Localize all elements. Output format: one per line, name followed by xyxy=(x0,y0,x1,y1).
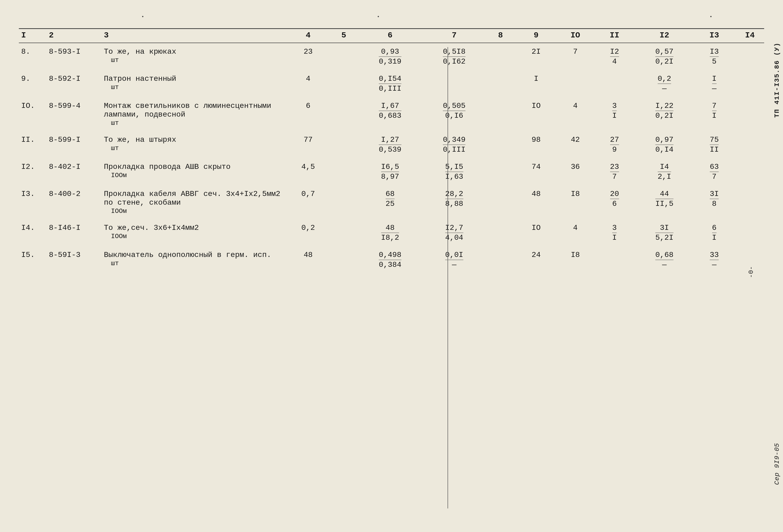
page: • • • ТП 41I-I35.86 (У) Сер 9I9-05 I 2 3… xyxy=(0,0,783,532)
header-col3: 3 xyxy=(101,29,287,43)
row-col5 xyxy=(330,70,358,97)
row-col5 xyxy=(330,185,358,219)
row-description: То же,сеч. 3х6+Iх4мм2IOOм xyxy=(101,219,287,246)
row-col6: I6,58,97 xyxy=(358,158,422,185)
table-row: I3.8-400-2Прокладка кабеля АВВГ сеч. 3х4… xyxy=(19,185,764,219)
dot-decoration-1: • xyxy=(141,14,144,20)
row-col6: 0,930,319 xyxy=(358,43,422,70)
row-code: 8-I46-I xyxy=(46,219,101,246)
row-number: I4. xyxy=(19,219,46,246)
row-code: 8-599-I xyxy=(46,131,101,158)
row-quantity: 0,7 xyxy=(287,185,329,219)
vertical-divider-line xyxy=(447,47,448,508)
row-number: I3. xyxy=(19,185,46,219)
row-col7: I2,74,04 xyxy=(422,219,486,246)
row-col13: 7I xyxy=(693,97,735,131)
row-col11: 3I xyxy=(593,97,636,131)
table-row: I5.8-59I-3Выключатель однополюсный в гер… xyxy=(19,246,764,274)
dot-decoration-2: • xyxy=(377,14,380,20)
row-col12: 0,2— xyxy=(636,70,693,97)
row-col12: 44II,5 xyxy=(636,185,693,219)
row-col6: 0,4980,384 xyxy=(358,246,422,274)
row-number: IO. xyxy=(19,97,46,131)
row-col9: 2I xyxy=(515,43,557,70)
row-col14 xyxy=(735,131,764,158)
row-col12: 0,570,2I xyxy=(636,43,693,70)
table-row: I2.8-402-IПрокладка провода АШВ скрытоIO… xyxy=(19,158,764,185)
table-row: 9.8-592-IПатрон настенныйшт40,I540,IIII0… xyxy=(19,70,764,97)
header-col13: I3 xyxy=(693,29,735,43)
row-col12: 3I5,2I xyxy=(636,219,693,246)
row-col12: I42,I xyxy=(636,158,693,185)
row-col7: 0,5050,I6 xyxy=(422,97,486,131)
row-quantity: 0,2 xyxy=(287,219,329,246)
row-quantity: 4,5 xyxy=(287,158,329,185)
row-col12: I,220,2I xyxy=(636,97,693,131)
row-col8 xyxy=(486,131,515,158)
row-number: 8. xyxy=(19,43,46,70)
table-row: 8.8-593-IТо же, на крюкахшт230,930,3190,… xyxy=(19,43,764,70)
header-col10: IO xyxy=(558,29,593,43)
row-col10 xyxy=(558,70,593,97)
row-col11 xyxy=(593,70,636,97)
row-number: I5. xyxy=(19,246,46,274)
row-col10: 4 xyxy=(558,219,593,246)
row-quantity: 4 xyxy=(287,70,329,97)
row-col6: 48I8,2 xyxy=(358,219,422,246)
row-col10: 36 xyxy=(558,158,593,185)
row-col9: 48 xyxy=(515,185,557,219)
row-col14 xyxy=(735,158,764,185)
row-col8 xyxy=(486,158,515,185)
row-code: 8-59I-3 xyxy=(46,246,101,274)
row-quantity: 77 xyxy=(287,131,329,158)
row-number: 9. xyxy=(19,70,46,97)
page-number: -0- xyxy=(747,266,755,278)
row-col13: I35 xyxy=(693,43,735,70)
row-col12: 0,68— xyxy=(636,246,693,274)
row-col13: 33— xyxy=(693,246,735,274)
row-code: 8-400-2 xyxy=(46,185,101,219)
row-description: Прокладка кабеля АВВГ сеч. 3х4+Iх2,5мм2 … xyxy=(101,185,287,219)
row-col5 xyxy=(330,219,358,246)
row-description: То же, на штыряхшт xyxy=(101,131,287,158)
row-col14 xyxy=(735,70,764,97)
row-col7: 0,0I— xyxy=(422,246,486,274)
row-description: То же, на крюкахшт xyxy=(101,43,287,70)
row-col13: 6I xyxy=(693,219,735,246)
row-col7: 5,I5I,63 xyxy=(422,158,486,185)
row-col8 xyxy=(486,219,515,246)
row-col11: 279 xyxy=(593,131,636,158)
row-col14 xyxy=(735,219,764,246)
row-col8 xyxy=(486,43,515,70)
row-code: 8-402-I xyxy=(46,158,101,185)
row-description: Монтаж светильников с люминесцентными ла… xyxy=(101,97,287,131)
row-col11: I24 xyxy=(593,43,636,70)
side-label-document-ref: ТП 41I-I35.86 (У) xyxy=(773,42,781,118)
row-col7: 0,3490,III xyxy=(422,131,486,158)
row-col6: 0,I540,III xyxy=(358,70,422,97)
row-col13: 75II xyxy=(693,131,735,158)
row-number: I2. xyxy=(19,158,46,185)
row-col13: 3I8 xyxy=(693,185,735,219)
row-col13: I— xyxy=(693,70,735,97)
row-col9: IO xyxy=(515,97,557,131)
row-col11 xyxy=(593,246,636,274)
row-col14 xyxy=(735,97,764,131)
header-col6: 6 xyxy=(358,29,422,43)
row-number: II. xyxy=(19,131,46,158)
row-col7: 28,28,88 xyxy=(422,185,486,219)
dot-decoration-3: • xyxy=(710,14,712,20)
row-col11: 3I xyxy=(593,219,636,246)
table-header-row: I 2 3 4 5 6 7 8 9 IO II I2 I3 I4 xyxy=(19,29,764,43)
row-code: 8-593-I xyxy=(46,43,101,70)
row-col10: 4 xyxy=(558,97,593,131)
header-col7: 7 xyxy=(422,29,486,43)
row-col5 xyxy=(330,43,358,70)
row-col8 xyxy=(486,97,515,131)
row-col8 xyxy=(486,246,515,274)
table-row: IO.8-599-4Монтаж светильников с люминесц… xyxy=(19,97,764,131)
main-table: I 2 3 4 5 6 7 8 9 IO II I2 I3 I4 8.8-593… xyxy=(19,29,764,274)
header-col12: I2 xyxy=(636,29,693,43)
row-col7: 0,5I80,I62 xyxy=(422,43,486,70)
row-quantity: 23 xyxy=(287,43,329,70)
